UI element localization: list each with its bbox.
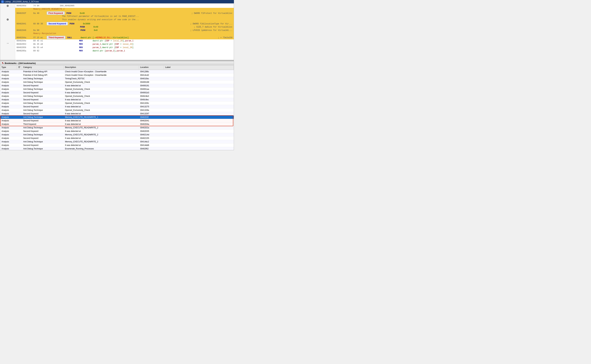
svg-rect-2 xyxy=(18,68,20,68)
section-label-1: Memory_EXECUTE_READWRITE_1 xyxy=(33,8,65,10)
cell-description: It was detected at xyxy=(64,84,139,87)
table-row[interactable]: Analysis Third Keyword It was detected a… xyxy=(0,123,234,126)
table-row[interactable]: Analysis Anti Debug Technique Opened_Exc… xyxy=(0,87,234,91)
cell-icon xyxy=(17,123,22,126)
comment: ; SIZE_T dwSize for VirtualAlloc xyxy=(187,26,232,28)
svg-rect-0 xyxy=(18,66,20,67)
table-row[interactable]: Analysis Second Keyword It was detected … xyxy=(0,98,234,102)
cell-label xyxy=(164,116,234,119)
addr xyxy=(17,8,33,10)
cell-category: Anti Debug Technique xyxy=(22,116,64,119)
cell-type: Analysis xyxy=(0,70,17,73)
cell-location: 0041328e xyxy=(139,109,164,112)
cell-description: Check Invalid Close->Exception : CloseHa… xyxy=(64,70,139,73)
listing-row-label-1: Memory_EXECUTE_READWRITE_1 xyxy=(15,8,234,11)
cell-label xyxy=(164,136,234,140)
table-row[interactable]: Analysis Anti Debug Technique Memory_EXE… xyxy=(0,116,234,119)
cell-description: It was detected at xyxy=(64,143,139,147)
cell-type: Analysis xyxy=(0,87,17,91)
cell-category: Second Keyword xyxy=(22,119,64,122)
cell-category: Second Keyword xyxy=(22,84,64,87)
cell-description: It was detected at xyxy=(64,91,139,94)
cell-category: Anti Debug Technique xyxy=(22,140,64,143)
operand: dword ptr [->KERNEL32.DLL::VirtualAlloc] xyxy=(81,37,129,39)
cell-type: Analysis xyxy=(0,94,17,98)
cell-description: It was detected at xyxy=(64,130,139,133)
cell-label xyxy=(164,105,234,108)
cell-icon xyxy=(17,98,22,101)
cell-type: Analysis xyxy=(0,80,17,84)
cell-type: Analysis xyxy=(0,143,17,147)
cell-location: 00413275 xyxy=(139,105,164,108)
listing-row-third-kw: 0040204a ff 15 ec Third Keyword CALL dwo… xyxy=(15,36,234,39)
table-row[interactable]: Analysis Anti Debug Technique Enumerate_… xyxy=(0,147,234,150)
operand: dword ptr [EBP + local_20],param_1 xyxy=(93,40,134,42)
table-row[interactable]: Analysis Potential of Anti Debug API Che… xyxy=(0,73,234,77)
cell-icon xyxy=(17,112,22,115)
cell-location: 00406191 xyxy=(139,84,164,87)
table-row[interactable]: Analysis Anti Debug Technique Opened_Exc… xyxy=(0,109,234,112)
table-row[interactable]: Analysis Second Keyword It was detected … xyxy=(0,119,234,123)
cell-label xyxy=(164,140,234,143)
cell-description: Opened_Exclusively_Check xyxy=(64,94,139,98)
table-header: Type Category Description Location Label xyxy=(0,65,234,70)
mnemonic: MOV xyxy=(79,46,93,49)
cell-type: Analysis xyxy=(0,119,17,122)
table-row[interactable]: Analysis Second Keyword It was detected … xyxy=(0,112,234,116)
cell-icon xyxy=(17,87,22,91)
cell-icon xyxy=(17,147,22,150)
cell-location: 00414dc2 xyxy=(139,140,164,143)
table-row[interactable]: Analysis Anti Debug Technique Memory_EXE… xyxy=(0,133,234,136)
table-row[interactable]: Analysis Potential of Anti Debug API Che… xyxy=(0,70,234,73)
table-row[interactable]: Analysis Anti Debug Technique Opened_Exc… xyxy=(0,102,234,105)
comment: ; DWORD flAllocationType for Vir... xyxy=(184,23,232,25)
table-row[interactable]: Analysis Anti Debug Technique Opened_Exc… xyxy=(0,94,234,98)
table-row[interactable]: Analysis Anti Debug Technique Memory_EXE… xyxy=(0,126,234,130)
cell-category: Anti Debug Technique xyxy=(22,80,64,84)
addr xyxy=(17,32,33,35)
cell-type: Analysis xyxy=(0,84,17,87)
col-category: Category xyxy=(22,66,64,69)
addr: 0040205d xyxy=(17,5,33,7)
table-body[interactable]: Analysis Potential of Anti Debug API Che… xyxy=(0,70,234,150)
mnemonic: PUSH xyxy=(80,26,94,28)
table-row[interactable]: Analysis Anti Debug Technique TimingChec… xyxy=(0,77,234,80)
cell-location: 0041288c xyxy=(139,70,164,73)
cell-icon xyxy=(17,91,22,94)
addr: 0040203f xyxy=(17,12,33,14)
cell-label xyxy=(164,119,234,122)
cell-location: 0040214d xyxy=(139,133,164,136)
cell-type: Analysis xyxy=(0,73,17,77)
table-row[interactable]: Analysis Anti Debug Technique Memory_EXE… xyxy=(0,140,234,143)
addr: 0040205a xyxy=(17,50,33,52)
table-row[interactable]: Analysis Second Keyword It was detected … xyxy=(0,91,234,94)
table-row[interactable]: Analysis Second Keyword It was detected … xyxy=(0,143,234,147)
listing-row-mov-1: 0040204e 89 45 e1 MOV dword ptr [EBP + l… xyxy=(15,39,234,43)
bytes: 6a 40 xyxy=(33,12,47,14)
mnemonic: PUSH xyxy=(69,23,83,25)
cell-category: Second Keyword xyxy=(22,105,64,108)
operand: 0x0 xyxy=(94,29,98,32)
cell-description: TimingCheck_RDTSC xyxy=(64,77,139,80)
cell-description: It was detected at xyxy=(64,136,139,140)
table-row[interactable]: Analysis Second Keyword It was detected … xyxy=(0,84,234,87)
table-row[interactable]: Analysis Second Keyword It was detected … xyxy=(0,105,234,109)
cell-location: 00402f62 xyxy=(139,147,164,150)
bytes xyxy=(33,26,47,28)
cell-type: Analysis xyxy=(0,147,17,150)
bytes: 89 45 e1 xyxy=(33,40,47,42)
cell-description: Opened_Exclusively_Check xyxy=(64,102,139,105)
cell-icon xyxy=(17,77,22,80)
comment: ; = 73e2a150 xyxy=(211,37,232,39)
cell-label xyxy=(164,80,234,84)
table-row[interactable]: Analysis Second Keyword It was detected … xyxy=(0,136,234,140)
listing-row-size: PUSH 0x40 ; SIZE_T dwSize for VirtualAll… xyxy=(15,26,234,29)
table-row[interactable]: Analysis Anti Debug Technique Opened_Exc… xyxy=(0,80,234,84)
cell-category: Anti Debug Technique xyxy=(22,126,64,129)
cell-description: Opened_Exclusively_Check xyxy=(64,109,139,112)
listing-row: 0040205d 74 04 EAX_00402005 xyxy=(15,5,234,8)
cell-description: Enumerate_Running_Processes xyxy=(64,147,139,150)
table-row[interactable]: Analysis Second Keyword It was detected … xyxy=(0,130,234,133)
operand: EAX_00402005 xyxy=(60,5,74,7)
cell-label xyxy=(164,73,234,77)
